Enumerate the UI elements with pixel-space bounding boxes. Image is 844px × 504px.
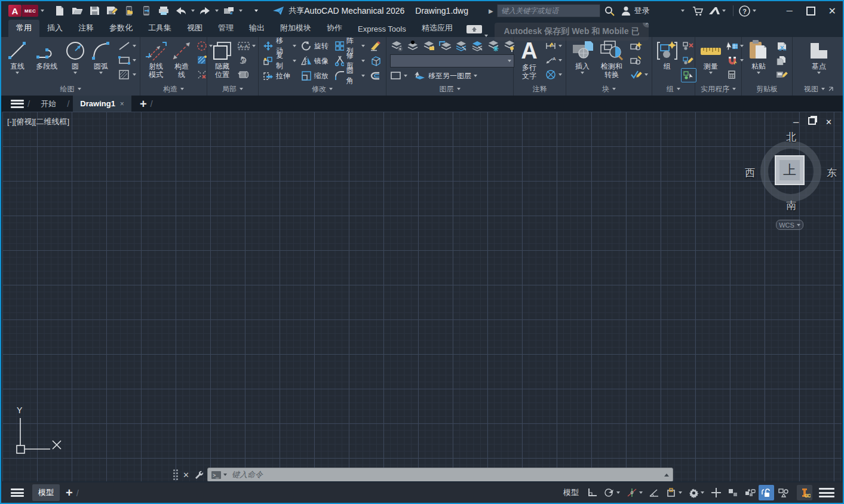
ribbon-tab-express-tools[interactable]: Express Tools — [350, 21, 414, 37]
group-button[interactable]: 组 — [655, 38, 680, 84]
command-input[interactable]: >_ 键入命令 — [207, 468, 673, 481]
drawing1-tab[interactable]: Drawing1× — [73, 96, 131, 112]
ribbon-tab-collaborate[interactable]: 协作 — [319, 20, 350, 37]
workspace-dropdown[interactable] — [239, 10, 243, 12]
viewport-close-icon[interactable]: ✕ — [825, 118, 832, 127]
arc-button[interactable]: 圆弧 — [88, 38, 114, 84]
search-input[interactable]: 键入关键字或短语 — [497, 4, 600, 17]
user-icon[interactable] — [621, 5, 631, 16]
power-dimension-button[interactable] — [544, 39, 563, 53]
selection-cycling-icon[interactable] — [725, 485, 741, 500]
model-layout-tab[interactable]: 模型 — [32, 484, 60, 501]
group-edit-button[interactable] — [681, 54, 696, 67]
join-button[interactable] — [368, 69, 383, 83]
panel-title-modify[interactable]: 修改 — [259, 84, 386, 94]
file-tabs-menu-icon[interactable] — [11, 100, 24, 108]
plot-button[interactable] — [156, 4, 171, 17]
viewcube-north-label[interactable]: 北 — [786, 130, 796, 144]
polar-tracking-icon[interactable] — [646, 485, 662, 500]
ribbon-tab-manage[interactable]: 管理 — [210, 20, 241, 37]
ortho-mode-icon[interactable] — [584, 485, 600, 500]
command-close-icon[interactable]: ✕ — [183, 471, 189, 480]
crosshair-icon[interactable] — [708, 485, 724, 500]
save-to-web-mobile-button[interactable] — [139, 4, 154, 17]
panel-title-utilities[interactable]: 实用程序 — [695, 84, 741, 94]
panel-title-construction[interactable]: 构造 — [140, 84, 207, 94]
detect-convert-button[interactable]: 检测和转换 — [596, 38, 627, 84]
isolate-objects-icon[interactable] — [775, 485, 791, 500]
viewcube-top-face[interactable]: 上 — [775, 155, 805, 185]
workspace-switch-button[interactable] — [222, 4, 236, 17]
save-as-button[interactable] — [105, 4, 119, 17]
ungroup-button[interactable] — [681, 39, 696, 53]
panel-title-block[interactable]: 块 — [566, 84, 652, 94]
share-icon[interactable] — [271, 4, 286, 17]
layer-isolate-icon[interactable] — [455, 40, 468, 52]
ribbon-tab-parametric[interactable]: 参数化 — [102, 20, 140, 37]
ribbon-tab-addins[interactable]: 附加模块 — [272, 20, 319, 37]
maximize-button[interactable] — [800, 2, 822, 20]
signin-dropdown[interactable] — [681, 10, 685, 12]
new-layout-button[interactable]: + — [66, 487, 73, 499]
ribbon-tab-home[interactable]: 常用 — [8, 20, 39, 37]
line-flyout-button[interactable] — [116, 39, 137, 53]
power-erase-button[interactable] — [368, 39, 383, 53]
tab-close-icon[interactable]: × — [120, 100, 124, 108]
ribbon-tab-annotate[interactable]: 注释 — [70, 20, 102, 37]
panel-title-layers[interactable]: 图层 — [386, 84, 513, 94]
copy-with-base-point-button[interactable] — [774, 68, 790, 81]
isometric-drafting-icon[interactable] — [601, 485, 622, 500]
wcs-menu-button[interactable]: WCS — [776, 220, 803, 230]
leader-button[interactable]: A — [544, 54, 563, 67]
layer-freeze-icon[interactable] — [487, 40, 500, 52]
construction-line-button[interactable]: 构造线 — [169, 38, 194, 84]
move-to-another-layer-button[interactable]: 移至另一图层 — [411, 69, 479, 83]
paste-button[interactable]: 粘贴 — [744, 38, 773, 84]
help-dropdown[interactable] — [753, 10, 756, 12]
measure-button[interactable]: 测量 — [698, 38, 724, 84]
save-button[interactable] — [87, 4, 102, 17]
autodesk-dropdown[interactable] — [722, 10, 726, 12]
panel-title-detail[interactable]: 局部 — [207, 84, 258, 94]
ray-mode-button[interactable]: 射线模式 — [143, 38, 169, 84]
mirror-button[interactable]: 镜像 — [299, 54, 332, 68]
make-object-layer-button[interactable] — [390, 71, 407, 81]
command-expand-icon[interactable] — [664, 474, 669, 477]
mtext-button[interactable]: A 多行文字 — [516, 38, 542, 84]
notification-close-icon[interactable]: ✕ — [643, 23, 649, 27]
qat-customize-dropdown[interactable] — [254, 10, 258, 12]
command-customize-wrench-icon[interactable] — [194, 470, 204, 480]
hatch-flyout-button[interactable] — [116, 68, 137, 81]
viewport-restore-icon[interactable] — [808, 117, 816, 127]
viewcube-east-label[interactable]: 东 — [827, 166, 837, 180]
share-label[interactable]: 共享 — [289, 5, 304, 16]
layer-select-combo[interactable] — [390, 54, 514, 67]
undo-dropdown[interactable] — [191, 10, 195, 12]
panel-title-view[interactable]: 视图 — [793, 84, 844, 94]
annotation-view-button[interactable]: A — [236, 54, 257, 67]
panel-title-annotation[interactable]: 注释 — [514, 84, 566, 94]
viewcube-west-label[interactable]: 西 — [745, 166, 755, 180]
copy-button[interactable]: 复制 — [261, 54, 298, 68]
layer-state-icon[interactable] — [406, 40, 419, 52]
lock-ui-icon[interactable] — [759, 485, 774, 500]
open-from-web-mobile-button[interactable] — [122, 4, 136, 17]
snap-tracking-icon[interactable] — [624, 485, 645, 500]
graphics-performance-icon[interactable] — [797, 485, 812, 500]
object-snap-icon[interactable] — [663, 485, 685, 500]
3d-box-button[interactable] — [368, 54, 383, 68]
panel-title-clipboard[interactable]: 剪贴板 — [742, 84, 792, 94]
ribbon-tab-toolsets[interactable]: 工具集 — [140, 20, 179, 37]
stretch-button[interactable]: 拉伸 — [261, 69, 298, 83]
cut-button[interactable] — [774, 39, 790, 53]
copy-clip-button[interactable] — [774, 54, 790, 67]
viewport-minimize-icon[interactable]: ─ — [793, 118, 799, 127]
layer-unisolate-icon[interactable] — [471, 40, 484, 52]
statusbar-menu-icon[interactable] — [11, 488, 24, 497]
help-icon[interactable]: ? — [739, 5, 750, 17]
ribbon-tab-output[interactable]: 输出 — [241, 20, 272, 37]
customization-menu-icon[interactable] — [819, 488, 834, 497]
panel-title-group[interactable]: 组 — [652, 84, 695, 94]
rectangle-flyout-button[interactable] — [116, 54, 137, 67]
command-drag-grip[interactable] — [173, 469, 178, 480]
